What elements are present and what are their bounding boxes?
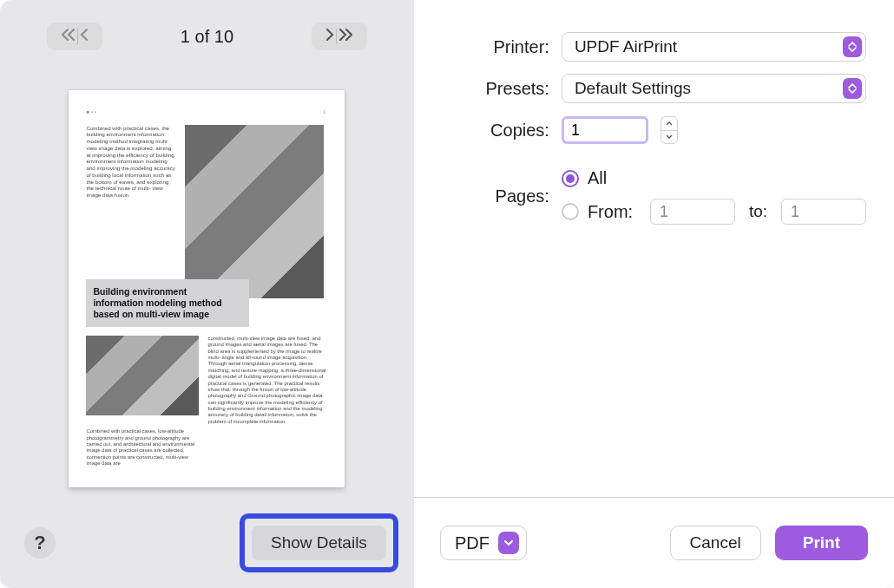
chevron-right-icon: [325, 29, 334, 44]
nav-divider: [77, 29, 78, 44]
chevron-down-icon: [498, 532, 519, 554]
doc-header: ■ ▪ ▪ 1: [86, 109, 325, 116]
doc-text-block: Combined with practical cases, the build…: [86, 125, 176, 298]
help-button[interactable]: ?: [24, 527, 56, 559]
pages-to-label: to:: [744, 202, 772, 221]
pages-range-option[interactable]: From: to:: [562, 199, 866, 225]
double-chevron-right-icon: [339, 29, 352, 44]
pages-from-field[interactable]: [650, 199, 735, 225]
pages-row: Pages: All From: to:: [428, 168, 866, 225]
help-icon: ?: [34, 532, 45, 553]
preview-toolbar: 1 of 10: [0, 0, 414, 73]
copies-stepper[interactable]: [661, 116, 678, 144]
dialog-footer: PDF Cancel Print: [414, 498, 894, 588]
nav-divider: [336, 29, 337, 44]
first-prev-page-button[interactable]: [47, 23, 102, 50]
print-button[interactable]: Print: [775, 526, 868, 560]
doc-title-line: based on multi-view image: [93, 309, 242, 320]
radio-checked-icon: [562, 170, 579, 187]
chevron-left-icon: [80, 29, 89, 44]
copies-label: Copies:: [428, 121, 549, 140]
printer-label: Printer:: [428, 37, 549, 57]
printer-select[interactable]: UPDF AirPrint: [562, 32, 866, 62]
pdf-menu-button[interactable]: PDF: [440, 526, 527, 560]
page-thumbnail[interactable]: ■ ▪ ▪ 1 Combined with practical cases, t…: [69, 90, 345, 487]
stepper-up-icon: [661, 117, 677, 131]
doc-title-line: information modeling method: [93, 297, 242, 309]
presets-row: Presets: Default Settings: [428, 68, 866, 109]
presets-select[interactable]: Default Settings: [562, 74, 866, 103]
print-form: Printer: UPDF AirPrint Presets: Default …: [414, 0, 894, 497]
updown-indicator-icon: [843, 36, 862, 57]
printer-value: UPDF AirPrint: [575, 37, 677, 56]
copies-row: Copies:: [428, 109, 866, 151]
radio-unchecked-icon: [562, 203, 579, 220]
doc-image-architecture: [185, 125, 324, 298]
presets-value: Default Settings: [575, 79, 691, 98]
pages-all-label: All: [588, 168, 607, 188]
double-chevron-left-icon: [62, 29, 76, 44]
pages-all-option[interactable]: All: [562, 168, 866, 188]
cancel-button[interactable]: Cancel: [670, 526, 761, 560]
doc-image-person: [86, 336, 199, 415]
doc-header-left: ■ ▪ ▪: [86, 109, 95, 116]
doc-title-line: Building environment: [93, 286, 242, 297]
doc-text-block: constructed, multi-view image data are f…: [207, 336, 325, 425]
show-details-highlight: Show Details: [240, 513, 398, 572]
stepper-down-icon: [661, 131, 677, 144]
doc-title: Building environment information modelin…: [86, 279, 249, 327]
next-last-page-button[interactable]: [312, 23, 367, 50]
presets-label: Presets:: [428, 79, 549, 99]
copies-field[interactable]: [562, 116, 648, 144]
doc-text-block: Combined with practical cases, low-altit…: [86, 428, 199, 467]
page-indicator: 1 of 10: [181, 27, 233, 47]
preview-body: ■ ▪ ▪ 1 Combined with practical cases, t…: [0, 73, 414, 498]
pdf-label: PDF: [455, 533, 490, 553]
preview-pane: 1 of 10 ■ ▪ ▪ 1 Combined with practical …: [0, 0, 414, 588]
pages-to-field[interactable]: [781, 199, 866, 225]
options-pane: Printer: UPDF AirPrint Presets: Default …: [414, 0, 894, 588]
print-dialog: 1 of 10 ■ ▪ ▪ 1 Combined with practical …: [0, 0, 894, 588]
updown-indicator-icon: [843, 78, 862, 99]
preview-footer: ? Show Details: [0, 498, 414, 588]
pages-label: Pages:: [428, 186, 549, 206]
doc-page-number: 1: [323, 109, 325, 116]
printer-row: Printer: UPDF AirPrint: [428, 26, 866, 68]
pages-from-label: From:: [588, 202, 641, 222]
show-details-button[interactable]: Show Details: [252, 526, 386, 560]
